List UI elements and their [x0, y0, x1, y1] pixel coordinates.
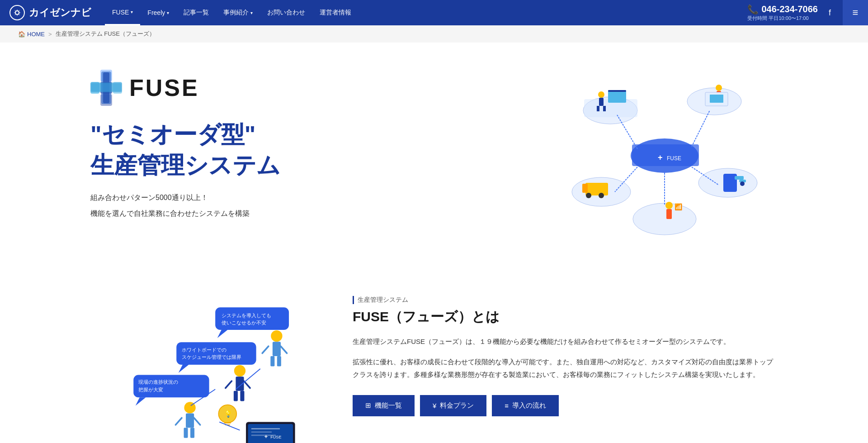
svg-rect-93 [251, 435, 276, 436]
nav-about[interactable]: 運営者情報 [312, 0, 359, 25]
hero-isometric-illustration: + FUSE [556, 70, 773, 242]
hero-right: + FUSE [552, 70, 778, 242]
fuse-logo-area: FUSE [90, 70, 515, 106]
hero-section: FUSE "セミオーダ型" 生産管理システム 組み合わせパターン5000通り以上… [0, 43, 868, 269]
svg-rect-42 [582, 184, 588, 193]
nav-articles[interactable]: 記事一覧 [176, 0, 216, 25]
svg-rect-29 [597, 106, 599, 111]
fuse-plus-icon [90, 70, 122, 106]
nav-cases-arrow: ▾ [250, 10, 253, 15]
hero-tagline-line1: "セミオーダ型" [90, 119, 515, 150]
breadcrumb-current: 生産管理システム FUSE（フューズ） [56, 30, 155, 38]
svg-point-21 [633, 203, 696, 235]
pricing-icon: ¥ [433, 402, 436, 410]
svg-line-76 [175, 418, 182, 425]
svg-rect-68 [234, 391, 238, 401]
svg-text:使いこなせるか不安: 使いこなせるか不安 [222, 320, 266, 325]
svg-text:スケジュール管理では限界: スケジュール管理では限界 [182, 354, 241, 360]
svg-text:システムを導入しても: システムを導入しても [222, 313, 271, 318]
svg-line-77 [194, 418, 200, 425]
breadcrumb-home[interactable]: 🏠 HOME [18, 31, 45, 38]
info-right: 生産管理システム FUSE（フューズ）とは 生産管理システムFUSE（フューズ）… [353, 287, 778, 416]
section-title: FUSE（フューズ）とは [353, 308, 778, 326]
svg-rect-91 [251, 428, 280, 429]
section-label: 生産管理システム [353, 296, 778, 304]
svg-point-27 [598, 91, 604, 98]
svg-point-45 [665, 202, 673, 209]
flow-icon: ≡ [505, 402, 509, 410]
svg-point-66 [234, 365, 245, 376]
phone-number: 📞 046-234-7066 [747, 4, 818, 15]
nav-fuse[interactable]: FUSE ▾ [105, 0, 140, 25]
svg-marker-53 [179, 365, 189, 373]
facebook-icon[interactable]: f [825, 6, 835, 19]
svg-rect-38 [735, 176, 744, 180]
breadcrumb-separator: > [48, 31, 52, 38]
header-right: 📞 046-234-7066 受付時間 平日10:00〜17:00 f 🔍 [747, 4, 859, 22]
fuse-info-section: システムを導入しても 使いこなせるか不安 ホワイトボードでの スケジュール管理で… [0, 269, 868, 443]
nav-freely[interactable]: Freely ▾ [140, 0, 176, 25]
svg-rect-36 [710, 95, 723, 103]
section-desc-2: 拡張性に優れ、お客様の成長に合わせて段階的な導入が可能です。また、独自運用への対… [353, 356, 778, 381]
svg-rect-56 [133, 375, 209, 398]
site-logo[interactable]: カイゼンナビ [9, 5, 91, 21]
nav-fuse-arrow: ▾ [131, 10, 133, 14]
phone-icon: 📞 [747, 4, 759, 15]
svg-rect-63 [277, 356, 281, 367]
problem-diagram-illustration: システムを導入しても 使いこなせるか不安 ホワイトボードでの スケジュール管理で… [90, 287, 307, 443]
svg-point-33 [716, 85, 722, 91]
nav-cases[interactable]: 事例紹介 ▾ [216, 0, 260, 25]
hero-description: 組み合わせパターン5000通り以上！ 機能を選んで自社業務に合わせたシステムを構… [90, 191, 515, 220]
svg-rect-73 [186, 414, 194, 428]
svg-rect-32 [608, 90, 626, 92]
hero-tagline: "セミオーダ型" 生産管理システム [90, 119, 515, 181]
gear-icon [9, 5, 25, 21]
svg-point-43 [586, 193, 591, 198]
svg-rect-87 [248, 424, 293, 443]
svg-rect-61 [273, 342, 281, 356]
pricing-button[interactable]: ¥ 料金プラン [420, 395, 486, 416]
svg-text:現場の進捗状況の: 現場の進捗状況の [138, 379, 178, 385]
svg-marker-49 [217, 330, 228, 338]
phone-hours: 受付時間 平日10:00〜17:00 [747, 15, 808, 22]
svg-line-23 [692, 110, 710, 147]
flow-button[interactable]: ≡ 導入の流れ [492, 395, 559, 416]
fuse-brand-text: FUSE [129, 74, 199, 101]
hero-left: FUSE "セミオーダ型" 生産管理システム 組み合わせパターン5000通り以上… [90, 70, 515, 223]
svg-rect-11 [90, 82, 122, 92]
svg-point-44 [599, 193, 604, 198]
svg-text:ホワイトボードでの: ホワイトボードでの [182, 347, 226, 352]
svg-rect-75 [190, 428, 194, 438]
action-buttons: ⊞ 機能一覧 ¥ 料金プラン ≡ 導入の流れ [353, 395, 778, 416]
svg-rect-62 [270, 356, 274, 367]
logo-text: カイゼンナビ [29, 6, 91, 19]
svg-rect-31 [608, 90, 626, 103]
svg-text:+: + [264, 433, 268, 440]
svg-rect-69 [240, 391, 244, 401]
hero-desc-line2: 機能を選んで自社業務に合わせたシステムを構築 [90, 207, 515, 220]
svg-text:把握が大変: 把握が大変 [138, 387, 163, 392]
phone-block: 📞 046-234-7066 受付時間 平日10:00〜17:00 [747, 4, 818, 22]
svg-rect-92 [251, 431, 272, 433]
header: カイゼンナビ FUSE ▾ Freely ▾ 記事一覧 事例紹介 ▾ お問い合わ… [0, 0, 868, 25]
hamburger-button[interactable]: ≡ [843, 0, 868, 25]
svg-rect-16 [632, 144, 699, 166]
hero-tagline-line2: 生産管理システム [90, 150, 515, 181]
svg-text:+: + [658, 153, 663, 162]
svg-point-40 [740, 181, 745, 186]
svg-rect-28 [599, 98, 604, 106]
svg-rect-52 [176, 342, 256, 365]
nav-freely-arrow: ▾ [167, 10, 169, 15]
nav-contact[interactable]: お問い合わせ [260, 0, 312, 25]
svg-rect-46 [666, 209, 672, 219]
svg-rect-74 [184, 428, 188, 438]
features-button[interactable]: ⊞ 機能一覧 [353, 395, 415, 416]
svg-line-64 [262, 346, 269, 353]
features-icon: ⊞ [365, 401, 371, 410]
home-icon: 🏠 [18, 31, 25, 38]
svg-marker-57 [136, 397, 146, 405]
breadcrumb: 🏠 HOME > 生産管理システム FUSE（フューズ） [0, 25, 868, 43]
svg-point-2 [16, 11, 19, 14]
main-nav: FUSE ▾ Freely ▾ 記事一覧 事例紹介 ▾ お問い合わせ 運営者情報 [105, 0, 747, 25]
svg-text:💡: 💡 [224, 410, 233, 418]
